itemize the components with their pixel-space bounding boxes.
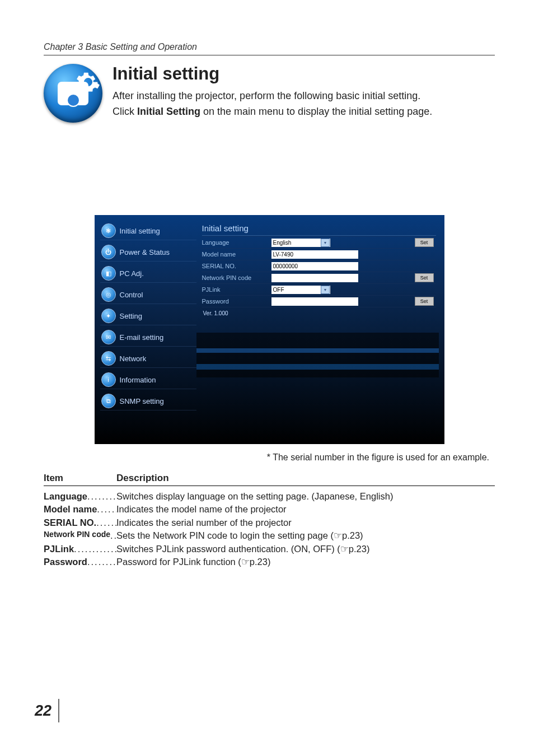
row-pin: Network PIN code Set xyxy=(202,272,436,283)
setting-icon: ✦ xyxy=(101,309,116,323)
serial-field: 00000000 xyxy=(271,262,358,270)
table-row: Network PIN code ...... Sets the Network… xyxy=(44,529,495,542)
page-number: 22 xyxy=(35,699,59,722)
row-language: Language English ▾ Set xyxy=(202,236,436,248)
row-serial: SERIAL NO. 00000000 xyxy=(202,260,436,272)
sidebar-item-network[interactable]: ⇆ Network xyxy=(100,349,196,368)
decorative-bands xyxy=(196,333,439,377)
network-icon: ⇆ xyxy=(101,351,116,366)
sidebar-item-label: E-mail setting xyxy=(120,333,164,342)
gear-icon: ❃ xyxy=(101,223,116,238)
model-field: LV-7490 xyxy=(271,250,358,259)
snmp-icon: ⧉ xyxy=(101,394,116,408)
sidebar-item-label: Setting xyxy=(120,312,142,320)
sidebar-item-label: Network xyxy=(120,354,147,363)
chapter-heading: Chapter 3 Basic Setting and Operation xyxy=(44,42,495,55)
sidebar-item-label: SNMP setting xyxy=(120,397,164,405)
sidebar-item-initial-setting[interactable]: ❃ Initial setting xyxy=(100,222,196,240)
label-password: Password xyxy=(202,298,268,305)
row-password: Password Set xyxy=(202,295,436,307)
pin-input[interactable] xyxy=(271,274,358,282)
panel-title: Initial setting xyxy=(202,222,436,236)
control-icon: ◎ xyxy=(101,287,116,302)
sidebar-item-information[interactable]: i Information xyxy=(100,371,196,389)
sidebar-item-setting[interactable]: ✦ Setting xyxy=(100,307,196,325)
pjlink-select[interactable]: OFF ▾ xyxy=(271,286,330,294)
chevron-down-icon[interactable]: ▾ xyxy=(321,239,330,247)
gear-icon xyxy=(76,69,101,95)
settings-screenshot: ❃ Initial setting ⏻ Power & Status ◧ PC … xyxy=(95,215,444,444)
sidebar: ❃ Initial setting ⏻ Power & Status ◧ PC … xyxy=(100,222,196,410)
table-row: SERIAL NO. .......... Indicates the seri… xyxy=(44,516,495,529)
set-button[interactable]: Set xyxy=(415,238,434,247)
password-input[interactable] xyxy=(271,297,358,306)
set-button[interactable]: Set xyxy=(415,273,434,282)
table-row: Model name....... Indicates the model na… xyxy=(44,503,495,516)
version-text: Ver. 1.000 xyxy=(202,310,228,316)
pc-icon: ◧ xyxy=(101,266,116,281)
settings-main: Initial setting Language English ▾ Set M… xyxy=(196,222,436,410)
sidebar-item-label: Information xyxy=(120,376,156,384)
initial-setting-icon xyxy=(44,64,102,123)
table-row: Password............... Password for PJL… xyxy=(44,556,495,568)
description-table-header: Item Description xyxy=(44,473,495,486)
sidebar-item-pc-adj[interactable]: ◧ PC Adj. xyxy=(100,264,196,283)
sidebar-item-snmp[interactable]: ⧉ SNMP setting xyxy=(100,392,196,410)
label-model: Model name xyxy=(202,251,268,258)
row-model: Model name LV-7490 xyxy=(202,248,436,260)
mail-icon: ✉ xyxy=(101,330,116,344)
power-icon: ⏻ xyxy=(101,245,116,259)
table-row: Language.............. Switches display … xyxy=(44,490,495,503)
label-pjlink: PJLink xyxy=(202,286,268,293)
chevron-down-icon[interactable]: ▾ xyxy=(321,286,330,294)
intro-text: After installing the projector, perform … xyxy=(113,88,432,120)
sidebar-item-label: Control xyxy=(120,291,143,299)
sidebar-item-label: Initial setting xyxy=(120,227,160,235)
sidebar-item-label: Power & Status xyxy=(120,248,170,256)
info-icon: i xyxy=(101,372,116,387)
row-version: Ver. 1.000 xyxy=(202,307,436,319)
language-select[interactable]: English ▾ xyxy=(271,239,330,247)
row-pjlink: PJLink OFF ▾ xyxy=(202,283,436,295)
label-language: Language xyxy=(202,239,268,246)
sidebar-item-email[interactable]: ✉ E-mail setting xyxy=(100,328,196,347)
sidebar-item-power-status[interactable]: ⏻ Power & Status xyxy=(100,243,196,262)
set-button[interactable]: Set xyxy=(415,297,434,306)
description-table: Language.............. Switches display … xyxy=(44,490,495,569)
table-row: PJLink....................... Switches P… xyxy=(44,543,495,556)
page-title: Initial setting xyxy=(113,64,432,84)
label-pin: Network PIN code xyxy=(202,274,268,281)
label-serial: SERIAL NO. xyxy=(202,263,268,269)
footnote: * The serial number in the figure is use… xyxy=(44,452,489,463)
sidebar-item-label: PC Adj. xyxy=(120,269,144,278)
sidebar-item-control[interactable]: ◎ Control xyxy=(100,286,196,304)
